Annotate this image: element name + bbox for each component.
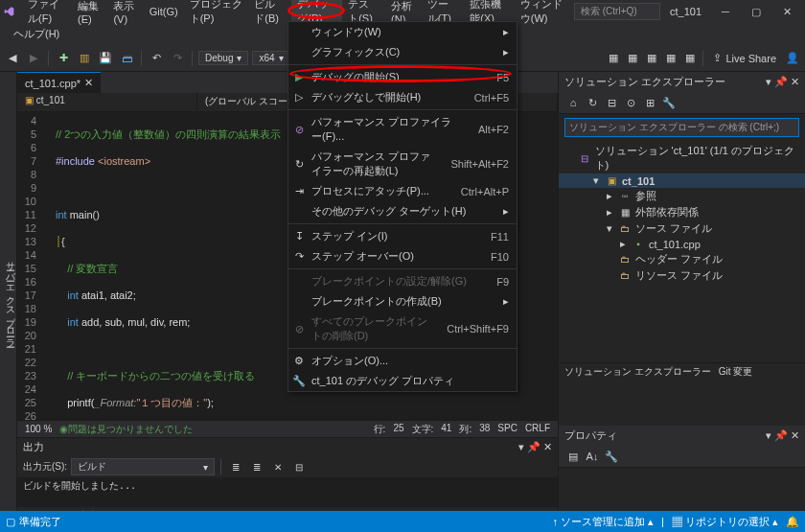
account-button[interactable]: 👤 <box>784 50 801 67</box>
output-tb-3[interactable]: ✕ <box>269 458 287 475</box>
live-share-button[interactable]: ⇪Live Share <box>707 52 782 64</box>
se-tb3[interactable]: ⊟ <box>603 94 620 111</box>
save-all-button[interactable]: 🗃 <box>118 50 135 67</box>
solution-tree[interactable]: ⊟ソリューション 'ct_101' (1/1 のプロジェクト) ▾▣ct_101… <box>559 141 805 286</box>
se-tb4[interactable]: ⊙ <box>622 94 639 111</box>
tree-references[interactable]: ▸▫▫参照 <box>559 188 805 204</box>
se-tb6[interactable]: 🔧 <box>660 94 678 111</box>
menu-build[interactable]: ビルド(B) <box>248 0 291 28</box>
tab-git-changes[interactable]: Git 変更 <box>719 365 753 379</box>
mi-options[interactable]: ⚙オプション(O)... <box>288 351 517 371</box>
nav-forward-button[interactable]: ▶ <box>25 50 42 67</box>
mi-toggle-bp: ブレークポイントの設定/解除(G)F9 <box>288 271 517 291</box>
mi-debug-props[interactable]: 🔧ct_101 のデバッグ プロパティ <box>288 371 517 391</box>
titlebar: ファイル(F) 編集(E) 表示(V) Git(G) プロジェクト(P) ビルド… <box>0 0 805 23</box>
tree-source-folder[interactable]: ▾🗀ソース ファイル <box>559 220 805 237</box>
server-explorer-rail[interactable]: サーバー エクスプローラー <box>0 72 17 525</box>
tb-btn-4[interactable]: ▦ <box>662 50 679 67</box>
mi-attach[interactable]: ⇥プロセスにアタッチ(P)...Ctrl+Alt+P <box>288 181 517 201</box>
mi-start-without-debug[interactable]: ▷デバッグなしで開始(H)Ctrl+F5 <box>288 87 517 107</box>
output-tb-2[interactable]: ≣ <box>248 458 265 475</box>
new-project-button[interactable]: ✚ <box>55 50 72 67</box>
close-tab-icon[interactable]: ✕ <box>84 77 93 89</box>
maximize-button[interactable]: ▢ <box>742 2 770 21</box>
prop-cat[interactable]: ▤ <box>564 448 582 465</box>
tb-btn-2[interactable]: ▦ <box>624 50 641 67</box>
mi-perf-profiler[interactable]: ⊘パフォーマンス プロファイラー(F)...Alt+F2 <box>288 112 517 147</box>
menu-file[interactable]: ファイル(F) <box>22 0 72 28</box>
tab-ct101[interactable]: ct_101.cpp*✕ <box>17 72 101 93</box>
tb-btn-5[interactable]: ▦ <box>681 50 699 67</box>
output-tb-4[interactable]: ⊟ <box>290 458 308 475</box>
status-ready-icon: ▢ <box>6 516 15 528</box>
mi-windows[interactable]: ウィンドウ(W)▸ <box>288 22 517 42</box>
menu-view[interactable]: 表示(V) <box>107 0 143 27</box>
mi-step-over[interactable]: ↷ステップ オーバー(O)F10 <box>288 246 517 266</box>
prop-wrench[interactable]: 🔧 <box>603 448 620 465</box>
status-ready: 準備完了 <box>19 515 61 529</box>
menu-window[interactable]: ウィンドウ(W) <box>515 0 574 28</box>
se-tb2[interactable]: ↻ <box>584 94 601 111</box>
live-share-icon: ⇪ <box>713 52 722 64</box>
tb-btn-3[interactable]: ▦ <box>643 50 660 67</box>
solution-search[interactable]: ソリューション エクスプローラー の検索 (Ctrl+;) <box>564 118 799 137</box>
menu-help[interactable]: ヘルプ(H) <box>8 25 65 43</box>
output-pin-icon[interactable]: ▾ 📌 ✕ <box>518 441 552 453</box>
vs-logo-icon <box>4 4 14 19</box>
output-title: 出力 <box>23 440 44 454</box>
mi-delete-bp: ⊘すべてのブレークポイントの削除(D)Ctrl+Shift+F9 <box>288 312 517 346</box>
solution-name: ct_101 <box>662 6 709 17</box>
properties-title: プロパティ <box>564 428 617 443</box>
statusbar: ▢ 準備完了 ↑ ソース管理に追加 ▴ | ▦ リポジトリの選択 ▴ 🔔 <box>0 511 805 532</box>
tree-project[interactable]: ▾▣ct_101 <box>559 173 805 188</box>
save-button[interactable]: 💾 <box>97 50 114 67</box>
status-repo-select[interactable]: ▦ リポジトリの選択 ▴ <box>672 515 778 529</box>
mi-relaunch-profiler[interactable]: ↻パフォーマンス プロファイラーの再起動(L)Shift+Alt+F2 <box>288 147 517 181</box>
tree-resource-folder[interactable]: 🗀リソース ファイル <box>559 267 805 284</box>
mi-other-targets[interactable]: その他のデバッグ ターゲット(H)▸ <box>288 201 517 221</box>
menu-git[interactable]: Git(G) <box>144 4 184 19</box>
scope-project[interactable]: ▣ ct_101 <box>17 93 197 111</box>
line-gutter: 4567891011121314151617181920212223242526… <box>17 112 40 420</box>
mi-graphics[interactable]: グラフィックス(C)▸ <box>288 42 517 62</box>
prop-pin-icon[interactable]: ▾ 📌 ✕ <box>766 429 799 442</box>
tb-btn-1[interactable]: ▦ <box>605 50 622 67</box>
menu-project[interactable]: プロジェクト(P) <box>184 0 249 28</box>
nav-back-button[interactable]: ◀ <box>4 50 21 67</box>
mi-step-into[interactable]: ↧ステップ イン(I)F11 <box>288 226 517 246</box>
tree-header-folder[interactable]: 🗀ヘッダー ファイル <box>559 251 805 267</box>
platform-select[interactable]: x64▾ <box>252 51 289 65</box>
solution-explorer-title: ソリューション エクスプローラー <box>564 75 725 89</box>
open-button[interactable]: ▥ <box>76 50 93 67</box>
se-home[interactable]: ⌂ <box>564 94 582 111</box>
close-button[interactable]: ✕ <box>772 2 801 21</box>
pin-icon[interactable]: ▾ 📌 ✕ <box>766 76 799 88</box>
se-tb5[interactable]: ⊞ <box>641 94 658 111</box>
config-select[interactable]: Debug▾ <box>198 51 248 65</box>
output-body[interactable]: ビルドを開始しました... <box>17 477 558 507</box>
status-bell-icon[interactable]: 🔔 <box>786 516 799 528</box>
output-source-select[interactable]: ビルド▾ <box>71 458 215 475</box>
mi-new-bp[interactable]: ブレークポイントの作成(B)▸ <box>288 291 517 312</box>
tree-solution[interactable]: ⊟ソリューション 'ct_101' (1/1 のプロジェクト) <box>559 143 805 173</box>
status-source-control[interactable]: ↑ ソース管理に追加 ▴ <box>552 515 654 529</box>
menu-edit[interactable]: 編集(E) <box>72 0 107 27</box>
prop-az[interactable]: A↓ <box>584 448 601 465</box>
debug-menu: ウィンドウ(W)▸ グラフィックス(C)▸ ▶デバッグの開始(S)F5 ▷デバッ… <box>288 21 518 392</box>
undo-button[interactable]: ↶ <box>148 50 165 67</box>
mi-start-debug[interactable]: ▶デバッグの開始(S)F5 <box>288 67 517 87</box>
tree-external[interactable]: ▸▦外部依存関係 <box>559 204 805 220</box>
minimize-button[interactable]: ─ <box>711 2 740 21</box>
tab-sln-explorer[interactable]: ソリューション エクスプローラー <box>564 365 711 379</box>
output-tb-1[interactable]: ≣ <box>227 458 244 475</box>
tree-source-file[interactable]: ▸▪ct_101.cpp <box>559 237 805 251</box>
redo-button[interactable]: ↷ <box>169 50 186 67</box>
search-box[interactable]: 検索 (Ctrl+Q) <box>574 3 660 20</box>
